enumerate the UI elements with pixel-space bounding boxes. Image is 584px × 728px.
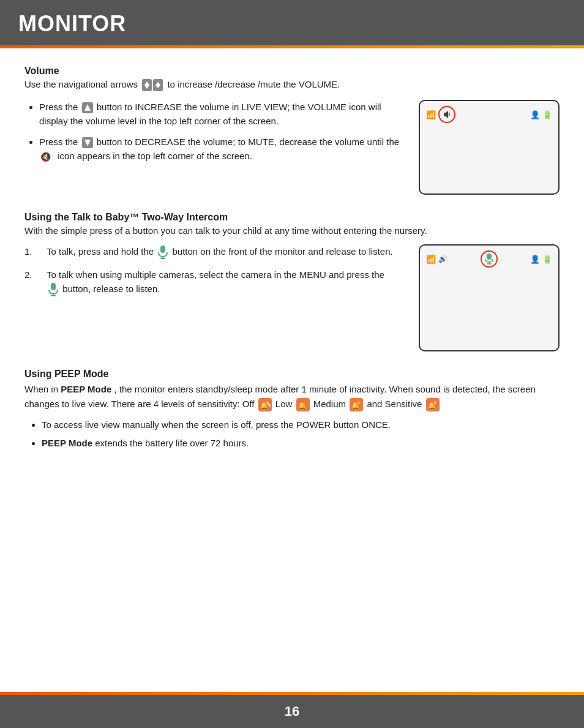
screen1-top-left: 📶	[426, 106, 455, 123]
bullet2-text: button to DECREASE the volume; to MUTE, …	[97, 137, 399, 147]
volume-intro-text1: Use the navigational arrows	[24, 79, 138, 89]
down-arrow-icon	[82, 137, 93, 148]
volume-title: Volume	[24, 66, 560, 77]
step1-num: 1.	[24, 244, 39, 259]
nav-arrows-icon	[142, 79, 163, 91]
step2-num: 2.	[24, 268, 39, 296]
screen2-top-bar: 📶 🔊	[426, 250, 552, 268]
intercom-step-1: 1. To talk, press and hold the button on…	[24, 244, 400, 259]
battery-icon2: 🔋	[542, 255, 552, 264]
peep-sensitive-text: and Sensitive	[367, 399, 422, 409]
peep-bullet-1: To access live view manually when the sc…	[42, 418, 560, 432]
volume-section: Volume Use the navigational arrows to in…	[24, 66, 560, 195]
mute-icon: 🔇	[40, 151, 54, 162]
page-footer: 16	[0, 695, 584, 728]
step1-suffix: button on the front of the monitor and r…	[172, 246, 392, 257]
volume-small-icon: 🔊	[438, 255, 447, 263]
volume-text-area: Press the button to INCREASE the volume …	[24, 100, 400, 169]
screen1-top-bar: 📶 👤 🔋	[426, 106, 552, 123]
speaker-icon	[443, 110, 451, 119]
screen1-body	[426, 126, 552, 189]
person-icon: 👤	[530, 110, 540, 119]
peep-bullet2-bold: PEEP Mode	[42, 438, 92, 448]
volume-bullet-1: Press the button to INCREASE the volume …	[39, 100, 400, 129]
mic-inline-icon2	[48, 283, 59, 296]
screen2-top-center	[481, 250, 498, 268]
signal-icon2: 📶	[426, 255, 436, 264]
svg-text:🔇: 🔇	[40, 152, 51, 162]
sens-medium-icon: 🔔 2	[350, 398, 363, 411]
peep-para1: When in PEEP Mode , the monitor enters s…	[24, 382, 560, 411]
intercom-intro: With the simple press of a button you ca…	[24, 225, 560, 236]
svg-rect-15	[51, 283, 56, 290]
bullet2-prefix: Press the	[39, 137, 78, 147]
page-title: MONITOR	[18, 11, 566, 37]
intercom-title: Using the Talk to Baby™ Two-Way Intercom	[24, 212, 560, 223]
intercom-steps: 1. To talk, press and hold the button on…	[24, 244, 400, 296]
bullet1-prefix: Press the	[39, 102, 78, 112]
volume-bullet-2: Press the button to DECREASE the volume;…	[39, 135, 400, 163]
peep-bullet1-text: To access live view manually when the sc…	[42, 419, 391, 430]
page-content: Volume Use the navigational arrows to in…	[0, 48, 584, 475]
peep-medium-text: Medium	[313, 399, 346, 409]
svg-text:🔔: 🔔	[298, 401, 307, 410]
up-arrow-icon	[82, 102, 93, 113]
svg-rect-18	[487, 253, 492, 260]
volume-intro-text2: to increase /decrease /mute the VOLUME.	[167, 79, 340, 89]
bullet2-suffix: icon appears in the top left corner of t…	[58, 151, 252, 161]
intercom-text-area: 1. To talk, press and hold the button on…	[24, 244, 400, 305]
peep-title: Using PEEP Mode	[24, 369, 560, 380]
svg-text:2: 2	[358, 400, 360, 405]
svg-rect-12	[160, 246, 165, 253]
peep-bullet-2: PEEP Mode extends the battery life over …	[42, 436, 560, 451]
volume-content-area: Press the button to INCREASE the volume …	[24, 100, 560, 195]
volume-screen-mockup: 📶 👤 🔋	[419, 100, 560, 195]
step2-content: To talk when using multiple cameras, sel…	[47, 268, 400, 296]
screen2-top-right: 👤 🔋	[530, 255, 552, 264]
peep-low-text: Low	[275, 399, 293, 409]
svg-text:3: 3	[434, 400, 436, 405]
page-number: 16	[285, 704, 299, 719]
svg-marker-11	[444, 111, 448, 118]
peep-section: Using PEEP Mode When in PEEP Mode , the …	[24, 369, 560, 451]
sens-low-icon: 🔔	[296, 398, 310, 411]
volume-intro: Use the navigational arrows to increase …	[24, 79, 560, 91]
peep-bold: PEEP Mode	[61, 384, 111, 394]
peep-para1-pre: When in	[24, 384, 58, 394]
intercom-section: Using the Talk to Baby™ Two-Way Intercom…	[24, 212, 560, 351]
person-icon2: 👤	[530, 255, 540, 264]
volume-highlighted-icon	[438, 106, 455, 123]
sens-off-icon: 🔔	[258, 398, 272, 411]
mic-big-icon	[485, 253, 493, 265]
screen1-top-right: 👤 🔋	[530, 110, 552, 119]
intercom-step-2: 2. To talk when using multiple cameras, …	[24, 268, 400, 296]
mic-inline-icon	[157, 246, 168, 259]
page-header: MONITOR	[0, 0, 584, 45]
volume-bullet-list: Press the button to INCREASE the volume …	[24, 100, 400, 163]
battery-icon: 🔋	[542, 110, 552, 119]
screen2-top-left: 📶 🔊	[426, 255, 447, 264]
peep-bullet-list: To access live view manually when the sc…	[24, 418, 560, 451]
sens-sensitive-icon: 🔔 3	[426, 398, 440, 411]
step1-prefix: To talk, press and hold the	[47, 246, 154, 257]
intercom-content-area: 1. To talk, press and hold the button on…	[24, 244, 560, 351]
signal-icon: 📶	[426, 110, 436, 119]
step1-content: To talk, press and hold the button on th…	[47, 244, 393, 259]
intercom-screen-mockup: 📶 🔊	[419, 244, 560, 351]
mic-highlighted-icon	[481, 250, 498, 268]
step2-prefix: To talk when using multiple cameras, sel…	[47, 269, 384, 280]
screen2-body	[426, 270, 552, 345]
step2-suffix: button, release to listen.	[62, 283, 160, 294]
peep-bullet2-suffix: extends the battery life over 72 hours.	[95, 438, 249, 448]
